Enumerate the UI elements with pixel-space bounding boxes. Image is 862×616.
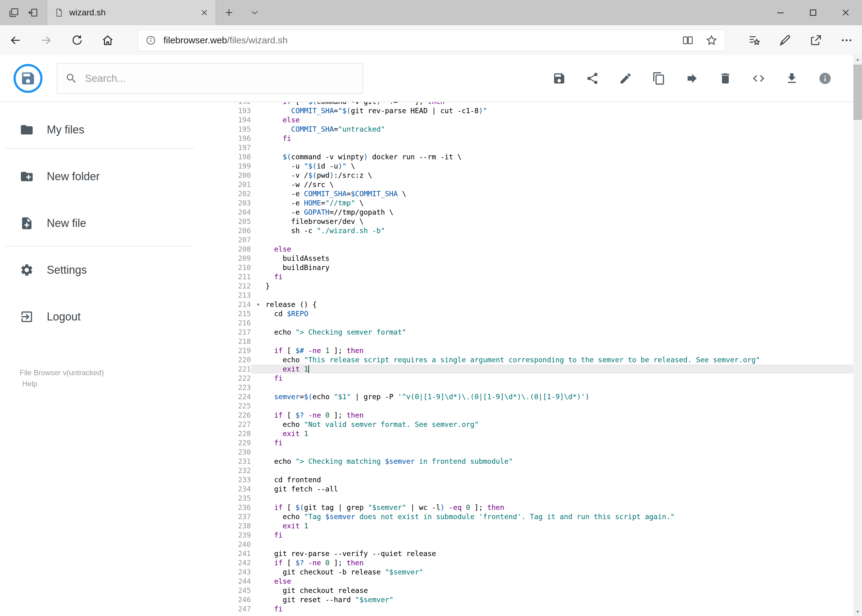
code-text[interactable]: release () { bbox=[266, 300, 853, 309]
code-text[interactable]: else bbox=[266, 245, 853, 254]
save-button[interactable] bbox=[552, 72, 566, 85]
code-text[interactable] bbox=[266, 383, 853, 392]
code-line[interactable]: 214▾release () { bbox=[199, 300, 853, 309]
code-line[interactable]: 207 bbox=[199, 235, 853, 245]
code-line[interactable]: 221 exit 1 bbox=[199, 365, 853, 374]
code-line[interactable]: 231 echo "> Checking matching $semver in… bbox=[199, 457, 853, 466]
code-line[interactable]: 245 git checkout release bbox=[199, 586, 853, 595]
filebrowser-logo[interactable] bbox=[14, 64, 43, 93]
sidebar-item-logout[interactable]: Logout bbox=[0, 293, 199, 340]
code-line[interactable]: 209 buildAssets bbox=[199, 254, 853, 263]
web-note-pen-icon[interactable] bbox=[770, 34, 801, 47]
code-text[interactable]: -u "$(id -u)" \ bbox=[266, 162, 853, 171]
code-line[interactable]: 199 -u "$(id -u)" \ bbox=[199, 162, 853, 171]
code-text[interactable]: if [ $? -ne 0 ]; then bbox=[266, 410, 853, 420]
code-line[interactable]: 196 fi bbox=[199, 134, 853, 143]
sidebar-item-my-files[interactable]: My files bbox=[0, 107, 199, 153]
code-line[interactable]: 203 -e HOME="//tmp" \ bbox=[199, 198, 853, 207]
code-text[interactable]: else bbox=[266, 115, 853, 124]
more-menu-icon[interactable] bbox=[831, 34, 862, 47]
code-text[interactable]: filebrowser/dev \ bbox=[266, 217, 853, 226]
hub-icon[interactable] bbox=[739, 34, 770, 47]
reading-view-icon[interactable] bbox=[682, 35, 694, 46]
help-link[interactable]: Help bbox=[22, 378, 104, 389]
minimize-button[interactable] bbox=[764, 0, 797, 25]
code-text[interactable]: fi bbox=[266, 438, 853, 448]
code-line[interactable]: 220 echo "This release script requires a… bbox=[199, 355, 853, 365]
code-line[interactable]: 229 fi bbox=[199, 438, 853, 448]
code-text[interactable] bbox=[266, 235, 853, 245]
code-line[interactable]: 242 if [ $? -ne 0 ]; then bbox=[199, 558, 853, 567]
home-button[interactable] bbox=[92, 34, 123, 47]
tab-close-icon[interactable] bbox=[200, 9, 208, 17]
tab-preview-chevron-icon[interactable] bbox=[242, 0, 268, 25]
code-line[interactable]: 239 fi bbox=[199, 531, 853, 540]
code-line[interactable]: 202 -e COMMIT_SHA=$COMMIT_SHA \ bbox=[199, 189, 853, 198]
code-line[interactable]: 238 exit 1 bbox=[199, 521, 853, 531]
refresh-button[interactable] bbox=[61, 34, 92, 46]
code-text[interactable]: fi bbox=[266, 134, 853, 143]
set-tabs-aside-icon[interactable] bbox=[28, 7, 38, 18]
sidebar-item-settings[interactable]: Settings bbox=[0, 247, 199, 293]
code-line[interactable]: 227 echo "Not valid semver format. See s… bbox=[199, 420, 853, 429]
code-line[interactable]: 228 exit 1 bbox=[199, 429, 853, 438]
code-text[interactable]: exit 1 bbox=[266, 521, 853, 531]
code-text[interactable]: git checkout release bbox=[266, 586, 853, 595]
code-text[interactable] bbox=[266, 291, 853, 300]
source-editor-button[interactable] bbox=[752, 72, 765, 85]
code-text[interactable]: $(command -v winpty) docker run --rm -it… bbox=[266, 152, 853, 162]
forward-button[interactable] bbox=[31, 34, 61, 47]
code-line[interactable]: 244 else bbox=[199, 577, 853, 586]
code-text[interactable] bbox=[266, 466, 853, 475]
copy-button[interactable] bbox=[652, 72, 666, 85]
code-text[interactable] bbox=[266, 318, 853, 327]
code-text[interactable]: git reset --hard "$semver" bbox=[266, 595, 853, 604]
code-line[interactable]: 219 if [ $# -ne 1 ]; then bbox=[199, 346, 853, 355]
code-text[interactable]: if [ $(git tag | grep "$semver" | wc -l)… bbox=[266, 503, 853, 512]
code-text[interactable] bbox=[266, 448, 853, 457]
code-line[interactable]: 213 bbox=[199, 291, 853, 300]
code-text[interactable]: -e COMMIT_SHA=$COMMIT_SHA \ bbox=[266, 189, 853, 198]
code-line[interactable]: 195 COMMIT_SHA="untracked" bbox=[199, 124, 853, 134]
code-text[interactable]: cd frontend bbox=[266, 475, 853, 484]
code-text[interactable]: buildAssets bbox=[266, 254, 853, 263]
code-text[interactable]: cd $REPO bbox=[266, 309, 853, 318]
code-text[interactable]: git fetch --all bbox=[266, 484, 853, 493]
code-line[interactable]: 225 bbox=[199, 401, 853, 410]
code-line[interactable]: 206 sh -c "./wizard.sh -b" bbox=[199, 226, 853, 235]
code-text[interactable]: else bbox=[266, 577, 853, 586]
code-text[interactable]: echo "Not valid semver format. See semve… bbox=[266, 420, 853, 429]
code-text[interactable]: if [ "$(command -v git)" != "" ]; then bbox=[266, 102, 853, 106]
code-editor[interactable]: 192 if [ "$(command -v git)" != "" ]; th… bbox=[199, 102, 853, 616]
search-box[interactable] bbox=[57, 63, 363, 94]
code-line[interactable]: 237 echo "Tag $semver does not exist in … bbox=[199, 512, 853, 521]
info-button[interactable] bbox=[818, 72, 832, 85]
code-text[interactable]: } bbox=[266, 281, 853, 291]
code-text[interactable]: echo "This release script requires a sin… bbox=[266, 355, 853, 365]
code-text[interactable] bbox=[266, 540, 853, 549]
sidebar-item-new-folder[interactable]: New folder bbox=[0, 153, 199, 200]
fold-arrow-icon[interactable]: ▾ bbox=[251, 300, 266, 309]
code-text[interactable] bbox=[266, 337, 853, 346]
code-line[interactable]: 247 fi bbox=[199, 604, 853, 614]
code-line[interactable]: 201 -w //src \ bbox=[199, 180, 853, 189]
code-text[interactable]: if [ $? -ne 0 ]; then bbox=[266, 558, 853, 567]
code-line[interactable]: 217 echo "> Checking semver format" bbox=[199, 327, 853, 337]
favorite-star-icon[interactable] bbox=[705, 34, 718, 46]
code-text[interactable]: echo "> Checking semver format" bbox=[266, 327, 853, 337]
code-text[interactable]: fi bbox=[266, 272, 853, 281]
code-line[interactable]: 218 bbox=[199, 337, 853, 346]
code-line[interactable]: 192 if [ "$(command -v git)" != "" ]; th… bbox=[199, 102, 853, 106]
code-line[interactable]: 222 fi bbox=[199, 374, 853, 383]
code-line[interactable]: 233 cd frontend bbox=[199, 475, 853, 484]
code-line[interactable]: 226 if [ $? -ne 0 ]; then bbox=[199, 410, 853, 420]
code-line[interactable]: 200 -v /$(pwd):/src:z \ bbox=[199, 171, 853, 180]
url-box[interactable]: filebrowser.web/files/wizard.sh bbox=[138, 30, 725, 51]
code-line[interactable]: 197 bbox=[199, 143, 853, 152]
code-line[interactable]: 230 bbox=[199, 448, 853, 457]
code-line[interactable]: 232 bbox=[199, 466, 853, 475]
browser-tab[interactable]: wizard.sh bbox=[47, 0, 216, 25]
code-line[interactable]: 204 -e GOPATH=//tmp/gopath \ bbox=[199, 207, 853, 217]
search-input[interactable] bbox=[84, 72, 355, 85]
tabs-set-aside-icon[interactable] bbox=[9, 7, 19, 18]
